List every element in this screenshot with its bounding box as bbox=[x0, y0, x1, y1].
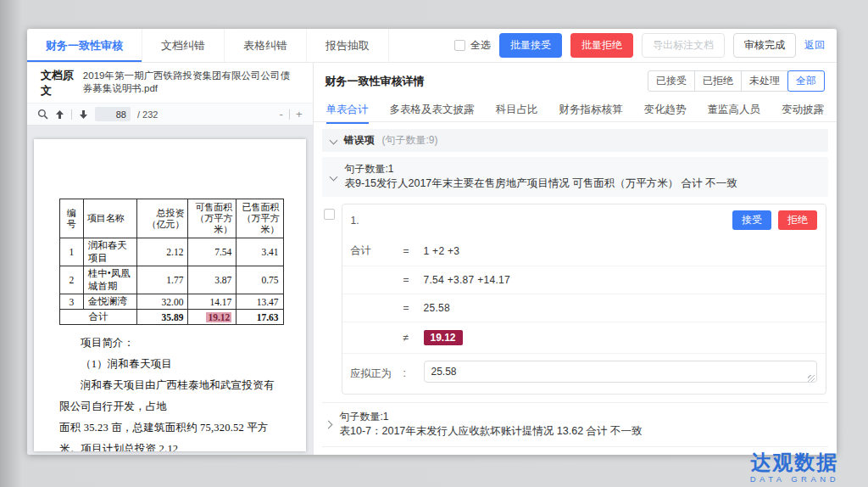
error-group-label: 错误项 bbox=[344, 133, 375, 148]
doc-line: 项目简介： bbox=[59, 333, 284, 354]
filter-unprocessed[interactable]: 未处理 bbox=[741, 70, 788, 92]
logo-title: 达观数据 bbox=[750, 451, 839, 473]
accept-button[interactable]: 接受 bbox=[732, 210, 771, 230]
tab-multi-table-disclosure[interactable]: 多表格及表文披露 bbox=[390, 103, 475, 117]
tab-change-trend[interactable]: 变化趋势 bbox=[644, 103, 687, 117]
zoom-out-button[interactable]: - bbox=[280, 108, 283, 120]
zoom-controls: - + bbox=[280, 108, 303, 120]
calc-value: 25.58 bbox=[424, 302, 451, 314]
tab-account-ratio[interactable]: 科目占比 bbox=[496, 103, 538, 117]
tab-single-table-total[interactable]: 单表合计 bbox=[326, 103, 369, 117]
filter-accepted[interactable]: 已接受 bbox=[648, 70, 695, 92]
select-all-label: 全选 bbox=[470, 38, 491, 53]
top-actions: 全选 批量接受 批量拒绝 导出标注文档 审核完成 返回 bbox=[454, 29, 837, 62]
audit-complete-button[interactable]: 审核完成 bbox=[733, 33, 796, 58]
batch-reject-button[interactable]: 批量拒绝 bbox=[570, 33, 633, 58]
datagrand-logo: 达观数据 DATA GRAND bbox=[750, 451, 839, 484]
cell-sellable: 3.87 bbox=[188, 266, 236, 294]
table-header-row: 编号 项目名称 总投资（亿元） 可售面积（万平方米） 已售面积（万平方米） bbox=[60, 199, 284, 238]
audit-error-list: 错误项 (句子数量:9) 句子数量:1 表9-15发行人2017年末主要在售房地… bbox=[314, 122, 837, 455]
project-table: 编号 项目名称 总投资（亿元） 可售面积（万平方米） 已售面积（万平方米） 1 … bbox=[59, 199, 284, 325]
pdf-page: 编号 项目名称 总投资（亿元） 可售面积（万平方米） 已售面积（万平方米） 1 … bbox=[34, 139, 306, 451]
top-tab-bar: 财务一致性审核 文档纠错 表格纠错 报告抽取 bbox=[27, 29, 389, 62]
cell-no: 1 bbox=[60, 238, 84, 266]
calc-value: 1 +2 +3 bbox=[424, 245, 460, 257]
calc-row-mismatch: ≠ 19.12 bbox=[342, 322, 826, 353]
cell-sellable: 14.17 bbox=[188, 294, 236, 310]
error-group-header[interactable]: 错误项 (句子数量:9) bbox=[322, 129, 829, 152]
document-panel-title: 文档原文 bbox=[41, 68, 75, 98]
cell-invest: 32.00 bbox=[136, 294, 188, 310]
cell-sellable: 7.54 bbox=[188, 238, 236, 266]
calc-row: = 7.54 +3.87 +14.17 bbox=[342, 266, 826, 294]
filter-all[interactable]: 全部 bbox=[787, 70, 825, 92]
highlighted-error-value[interactable]: 19.12 bbox=[206, 312, 231, 322]
col-header-sellable-line1: 可售面积 bbox=[192, 202, 232, 213]
tab-financial-consistency[interactable]: 财务一致性审核 bbox=[27, 29, 142, 62]
error-index: 1. bbox=[351, 215, 359, 227]
table-total-row: 合计 35.89 19.12 17.63 bbox=[60, 310, 284, 325]
cell-name: 润和春天项目 bbox=[83, 238, 136, 266]
status-filter-group: 已接受 已拒绝 未处理 全部 bbox=[648, 70, 825, 92]
document-body-text: 项目简介： （1）润和春天项目 润和春天项目由广西桂泰地和武宣投资有限公司自行开… bbox=[59, 333, 284, 451]
tab-executives[interactable]: 董监高人员 bbox=[708, 103, 761, 117]
cell-name: 桂中•凤凰城首期 bbox=[83, 266, 136, 294]
correction-colon: : bbox=[403, 367, 424, 379]
cell-sold: 0.75 bbox=[236, 266, 283, 294]
zoom-divider bbox=[289, 109, 290, 120]
tab-change-disclosure[interactable]: 变动披露 bbox=[782, 103, 824, 117]
correction-input-wrap: 25.58 bbox=[424, 361, 818, 386]
correction-input[interactable]: 25.58 bbox=[424, 361, 818, 383]
document-filename: 2019年第一期广西铁路投资集团有限公司公司债券募集说明书.pdf bbox=[83, 70, 299, 95]
cell-sold: 13.47 bbox=[236, 294, 283, 310]
filter-rejected[interactable]: 已拒绝 bbox=[694, 70, 742, 92]
cell-no: 2 bbox=[60, 266, 84, 294]
col-header-sold: 已售面积（万平方米） bbox=[236, 199, 283, 238]
tab-table-correction[interactable]: 表格纠错 bbox=[225, 29, 307, 62]
col-header-sellable-line2: （万平方米） bbox=[192, 213, 232, 235]
col-header-sellable: 可售面积（万平方米） bbox=[188, 199, 236, 238]
page-up-icon[interactable] bbox=[55, 109, 64, 120]
calc-value: 7.54 +3.87 +14.17 bbox=[424, 274, 511, 286]
sentence-count: 句子数量:1 bbox=[340, 410, 643, 424]
sentence-count: 句子数量:3 bbox=[340, 454, 692, 455]
batch-accept-button[interactable]: 批量接受 bbox=[499, 33, 562, 58]
table-row: 1 润和春天项目 2.12 7.54 3.41 bbox=[60, 238, 284, 266]
error-item-expanded[interactable]: 句子数量:1 表9-15发行人2017年末主要在售房地产项目情况 可售面积（万平… bbox=[322, 157, 829, 197]
audit-panel-title: 财务一致性审核详情 bbox=[326, 74, 425, 89]
col-header-sold-line2: （万平方米） bbox=[240, 213, 279, 235]
calc-operator: = bbox=[403, 245, 424, 257]
back-link[interactable]: 返回 bbox=[804, 38, 825, 53]
col-header-sold-line1: 已售面积 bbox=[240, 202, 279, 213]
tab-document-correction[interactable]: 文档纠错 bbox=[142, 29, 225, 62]
audit-tab-bar: 单表合计 多表格及表文披露 科目占比 财务指标核算 变化趋势 董监高人员 变动披… bbox=[314, 98, 837, 122]
page-down-icon[interactable] bbox=[79, 109, 88, 120]
table-row: 2 桂中•凤凰城首期 1.77 3.87 0.75 bbox=[60, 266, 284, 294]
document-header: 文档原文 2019年第一期广西铁路投资集团有限公司公司债券募集说明书.pdf bbox=[27, 63, 313, 103]
app-window: 财务一致性审核 文档纠错 表格纠错 报告抽取 全选 批量接受 批量拒绝 导出标注… bbox=[27, 29, 837, 455]
page-number-input[interactable] bbox=[95, 107, 131, 121]
doc-line: 面积 35.23 亩，总建筑面积约 75,320.52 平方米。项目计划总投资 … bbox=[59, 417, 284, 451]
sentence-count: 句子数量:1 bbox=[345, 162, 737, 176]
select-all-checkbox[interactable] bbox=[454, 40, 465, 51]
col-header-invest: 总投资（亿元） bbox=[136, 199, 188, 238]
pdf-toolbar: / 232 - + bbox=[27, 103, 313, 126]
card-action-buttons: 接受 拒绝 bbox=[732, 210, 817, 230]
pdf-viewer[interactable]: 编号 项目名称 总投资（亿元） 可售面积（万平方米） 已售面积（万平方米） 1 … bbox=[27, 126, 313, 455]
audit-panel-header: 财务一致性审核详情 已接受 已拒绝 未处理 全部 bbox=[314, 63, 837, 98]
tab-report-extraction[interactable]: 报告抽取 bbox=[307, 29, 389, 62]
zoom-in-button[interactable]: + bbox=[296, 108, 303, 120]
cell-no: 3 bbox=[60, 294, 84, 310]
reject-button[interactable]: 拒绝 bbox=[778, 210, 817, 230]
col-header-no: 编号 bbox=[60, 199, 84, 238]
chevron-down-icon bbox=[329, 137, 337, 145]
calc-operator: = bbox=[403, 274, 424, 286]
not-equal-operator: ≠ bbox=[403, 332, 424, 344]
export-annotated-doc-button[interactable]: 导出标注文档 bbox=[642, 33, 725, 58]
total-sold: 17.63 bbox=[236, 310, 283, 325]
tab-financial-indicator[interactable]: 财务指标核算 bbox=[559, 103, 623, 117]
error-item-checkbox[interactable] bbox=[324, 209, 335, 220]
error-item-collapsed[interactable]: 句子数量:1 表10-7：2017年末发行人应收款坏账计提情况 13.62 合计… bbox=[322, 402, 829, 446]
calculation-card-header: 1. 接受 拒绝 bbox=[342, 204, 826, 236]
search-icon[interactable] bbox=[37, 109, 48, 120]
